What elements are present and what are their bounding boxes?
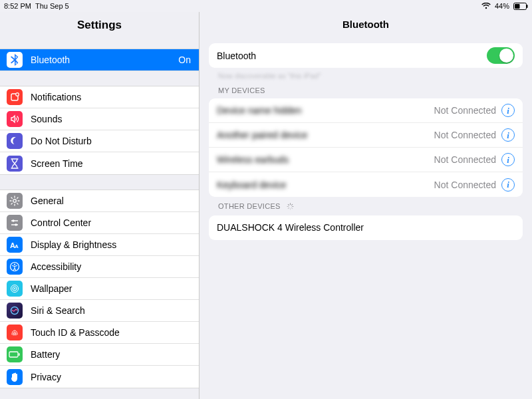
svg-point-4	[16, 93, 19, 96]
bluetooth-icon	[7, 52, 23, 68]
sidebar-item-privacy[interactable]: Privacy	[0, 366, 199, 388]
device-name: Wireless earbuds	[217, 154, 434, 165]
svg-point-14	[14, 288, 15, 289]
device-row[interactable]: Keyboard device Not Connected i	[209, 172, 523, 197]
accessibility-icon	[7, 259, 23, 275]
svg-line-24	[292, 204, 293, 205]
device-row[interactable]: Wireless earbuds Not Connected i	[209, 148, 523, 172]
sidebar-group-notifications: Notifications Sounds Do Not Disturb Scre…	[0, 86, 199, 175]
svg-line-23	[292, 207, 293, 208]
sidebar-item-control-center[interactable]: Control Center	[0, 212, 199, 234]
other-devices-list: DUALSHOCK 4 Wireless Controller	[209, 215, 523, 240]
sidebar-item-notifications[interactable]: Notifications	[0, 86, 199, 108]
detail-title: Bluetooth	[200, 12, 532, 43]
svg-rect-1	[515, 4, 520, 9]
text-size-icon: AA	[7, 237, 23, 253]
other-devices-header: OTHER DEVICES	[200, 197, 532, 215]
info-icon[interactable]: i	[501, 178, 515, 192]
siri-icon	[7, 303, 23, 319]
sidebar-item-label: Touch ID & Passcode	[31, 327, 120, 338]
sidebar-title: Settings	[0, 12, 199, 40]
sidebar-item-status: On	[178, 55, 191, 65]
device-row[interactable]: Device name hidden Not Connected i	[209, 98, 523, 123]
hand-icon	[7, 369, 23, 385]
sidebar-item-battery[interactable]: Battery	[0, 344, 199, 366]
sidebar-item-label: Display & Brightness	[31, 239, 116, 250]
sidebar-group-general: General Control Center AA Display & Brig…	[0, 190, 199, 388]
sounds-icon	[7, 111, 23, 127]
fingerprint-icon	[7, 325, 23, 340]
sidebar-item-general[interactable]: General	[0, 190, 199, 212]
bluetooth-toggle-row[interactable]: Bluetooth	[209, 43, 523, 68]
svg-rect-17	[19, 353, 20, 356]
svg-line-22	[288, 204, 289, 205]
sidebar-item-label: Wallpaper	[31, 283, 72, 294]
device-name: Keyboard device	[217, 180, 434, 190]
my-devices-header: MY DEVICES	[200, 81, 532, 98]
svg-rect-2	[527, 5, 528, 8]
device-status: Not Connected	[434, 105, 496, 116]
status-battery-pct: 44%	[495, 2, 509, 10]
spinner-icon	[287, 203, 294, 211]
settings-sidebar: Settings Bluetooth On Notifications Soun…	[0, 12, 200, 399]
gear-icon	[7, 193, 23, 209]
info-icon[interactable]: i	[501, 128, 515, 142]
device-name: Another paired device	[217, 130, 434, 140]
detail-pane: Bluetooth Bluetooth Now discoverable as …	[200, 12, 532, 399]
sidebar-item-siri-search[interactable]: Siri & Search	[0, 300, 199, 322]
bluetooth-toggle[interactable]	[487, 47, 515, 64]
sidebar-item-label: General	[31, 196, 64, 206]
sidebar-item-label: Privacy	[31, 372, 61, 382]
svg-line-25	[288, 207, 289, 208]
device-status: Not Connected	[434, 154, 496, 165]
status-bar: 8:52 PM Thu Sep 5 44%	[0, 0, 532, 12]
svg-rect-16	[9, 352, 18, 357]
notifications-icon	[7, 89, 23, 105]
battery-settings-icon	[7, 346, 23, 362]
sidebar-item-screen-time[interactable]: Screen Time	[0, 152, 199, 174]
bluetooth-toggle-section: Bluetooth	[209, 43, 523, 68]
other-device-row[interactable]: DUALSHOCK 4 Wireless Controller	[209, 215, 523, 240]
sidebar-item-label: Notifications	[31, 92, 81, 102]
sidebar-item-label: Sounds	[31, 114, 62, 124]
device-status: Not Connected	[434, 180, 496, 190]
moon-icon	[7, 133, 23, 149]
sidebar-item-wallpaper[interactable]: Wallpaper	[0, 278, 199, 300]
discoverable-hint: Now discoverable as "this iPad"	[200, 68, 532, 81]
device-name: DUALSHOCK 4 Wireless Controller	[217, 222, 515, 233]
sidebar-item-sounds[interactable]: Sounds	[0, 108, 199, 130]
status-time: 8:52 PM	[4, 2, 31, 10]
sliders-icon	[7, 215, 23, 231]
wifi-icon	[481, 3, 491, 9]
device-status: Not Connected	[434, 130, 496, 140]
sidebar-item-bluetooth[interactable]: Bluetooth On	[0, 49, 199, 71]
wallpaper-icon	[7, 281, 23, 297]
svg-point-5	[13, 200, 17, 203]
info-icon[interactable]: i	[501, 153, 515, 166]
info-icon[interactable]: i	[501, 104, 515, 117]
sidebar-item-touch-id[interactable]: Touch ID & Passcode	[0, 322, 199, 344]
sidebar-blank-row	[0, 40, 199, 49]
sidebar-item-display-brightness[interactable]: AA Display & Brightness	[0, 234, 199, 256]
sidebar-item-label: Siri & Search	[31, 305, 85, 316]
sidebar-item-accessibility[interactable]: Accessibility	[0, 256, 199, 278]
device-name: Device name hidden	[217, 105, 434, 116]
sidebar-item-label: Accessibility	[31, 261, 81, 272]
sidebar-item-do-not-disturb[interactable]: Do Not Disturb	[0, 130, 199, 152]
sidebar-item-label: Do Not Disturb	[31, 136, 92, 146]
svg-text:A: A	[15, 243, 19, 249]
sidebar-item-label: Bluetooth	[31, 55, 70, 65]
svg-point-7	[15, 223, 17, 225]
my-devices-list: Device name hidden Not Connected i Anoth…	[209, 98, 523, 197]
battery-icon	[513, 3, 528, 10]
hourglass-icon	[7, 156, 23, 172]
device-row[interactable]: Another paired device Not Connected i	[209, 123, 523, 148]
sidebar-item-label: Battery	[31, 349, 60, 360]
sidebar-item-label: Screen Time	[31, 158, 83, 169]
bluetooth-toggle-label: Bluetooth	[217, 51, 487, 61]
svg-point-11	[14, 263, 15, 265]
status-date: Thu Sep 5	[35, 2, 69, 10]
sidebar-item-label: Control Center	[31, 217, 91, 228]
svg-point-6	[12, 219, 14, 221]
